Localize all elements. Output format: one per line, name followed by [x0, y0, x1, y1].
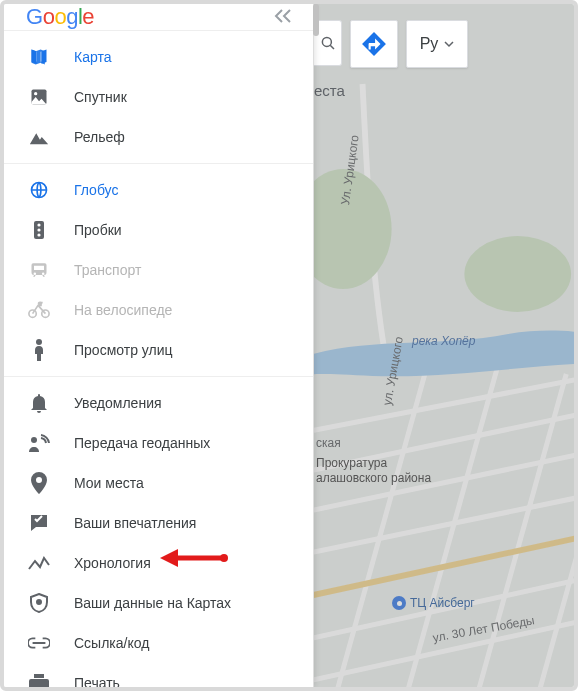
svg-point-1 — [464, 236, 571, 312]
menu-label: Мои места — [74, 475, 144, 491]
chevron-down-icon — [444, 39, 454, 49]
menu-label: Спутник — [74, 89, 127, 105]
directions-icon — [361, 31, 387, 57]
menu-label: Хронология — [74, 555, 151, 571]
svg-point-9 — [37, 223, 40, 226]
bike-icon — [28, 299, 50, 321]
collapse-panel-button[interactable] — [273, 7, 299, 28]
menu-section-modes: Глобус Пробки Транспорт На велосипеде — [4, 164, 313, 377]
menu-item-timeline[interactable]: Хронология — [4, 543, 313, 583]
menu-section-layers: Карта Спутник Рельеф — [4, 31, 313, 164]
svg-line-4 — [330, 45, 334, 49]
menu-label: Просмотр улиц — [74, 342, 173, 358]
app-frame: Ул. Урицкого ул. Урицкого река Хопёр ска… — [0, 0, 578, 691]
menu-item-share-location[interactable]: Передача геоданных — [4, 423, 313, 463]
menu-item-my-places[interactable]: Мои места — [4, 463, 313, 503]
svg-point-16 — [31, 437, 37, 443]
chevrons-left-icon — [273, 9, 293, 23]
svg-point-6 — [34, 92, 37, 95]
menu-label: Печать — [74, 675, 120, 691]
menu-label: Карта — [74, 49, 111, 65]
map-canvas[interactable]: Ул. Урицкого ул. Урицкого река Хопёр ска… — [314, 4, 574, 687]
svg-point-11 — [37, 233, 40, 236]
poi-marker-icon — [392, 596, 406, 610]
menu-item-map[interactable]: Карта — [4, 37, 313, 77]
menu-item-your-data[interactable]: Ваши данные на Картах — [4, 583, 313, 623]
transit-icon — [28, 259, 50, 281]
poi-iceberg[interactable]: ТЦ Айсберг — [392, 596, 475, 610]
menu-item-bike[interactable]: На велосипеде — [4, 290, 313, 330]
menu-item-traffic[interactable]: Пробки — [4, 210, 313, 250]
menu-label: Ваши данные на Картах — [74, 595, 231, 611]
menu-item-link[interactable]: Ссылка/код — [4, 623, 313, 663]
panel-header: Google — [4, 4, 313, 31]
svg-point-17 — [37, 600, 41, 604]
search-text-sliver: еста — [314, 78, 360, 102]
place-line1: Прокуратура — [316, 456, 387, 470]
svg-point-3 — [322, 37, 331, 46]
place-icon — [28, 472, 50, 494]
language-label: Ру — [420, 35, 439, 53]
menu-item-terrain[interactable]: Рельеф — [4, 117, 313, 157]
svg-point-10 — [37, 228, 40, 231]
satellite-icon — [28, 86, 50, 108]
search-result-partial: ская — [316, 436, 341, 450]
menu-label: Рельеф — [74, 129, 125, 145]
language-button[interactable]: Ру — [406, 20, 468, 68]
link-icon — [28, 632, 50, 654]
menu-item-satellite[interactable]: Спутник — [4, 77, 313, 117]
print-icon — [28, 672, 50, 691]
menu-label: Ссылка/код — [74, 635, 149, 651]
menu-label: На велосипеде — [74, 302, 172, 318]
terrain-icon — [28, 126, 50, 148]
shield-icon — [28, 592, 50, 614]
menu-section-personal: Уведомления Передача геоданных Мои места… — [4, 377, 313, 691]
svg-point-15 — [36, 339, 42, 345]
panel-scrollbar[interactable] — [313, 4, 319, 36]
svg-point-14 — [39, 302, 42, 305]
menu-label: Ваши впечатления — [74, 515, 196, 531]
side-panel: Google Карта Спутник — [4, 4, 314, 687]
traffic-icon — [28, 219, 50, 241]
poi-label: ТЦ Айсберг — [410, 596, 475, 610]
menu-label: Передача геоданных — [74, 435, 210, 451]
share-location-icon — [28, 432, 50, 454]
directions-button[interactable] — [350, 20, 398, 68]
menu-item-streetview[interactable]: Просмотр улиц — [4, 330, 313, 370]
review-icon — [28, 512, 50, 534]
globe-icon — [28, 179, 50, 201]
menu-item-globe[interactable]: Глобус — [4, 170, 313, 210]
search-icon — [319, 34, 337, 52]
place-line2: алашовского района — [316, 471, 431, 485]
menu-label: Транспорт — [74, 262, 141, 278]
map-icon — [28, 46, 50, 68]
google-logo: Google — [26, 4, 94, 30]
river-label: река Хопёр — [412, 334, 475, 348]
menu-label: Пробки — [74, 222, 122, 238]
menu-item-transit[interactable]: Транспорт — [4, 250, 313, 290]
menu-label: Уведомления — [74, 395, 162, 411]
timeline-icon — [28, 552, 50, 574]
menu-item-reviews[interactable]: Ваши впечатления — [4, 503, 313, 543]
menu-label: Глобус — [74, 182, 118, 198]
menu-item-notifications[interactable]: Уведомления — [4, 383, 313, 423]
bell-icon — [28, 392, 50, 414]
menu-item-print[interactable]: Печать — [4, 663, 313, 691]
streetview-icon — [28, 339, 50, 361]
